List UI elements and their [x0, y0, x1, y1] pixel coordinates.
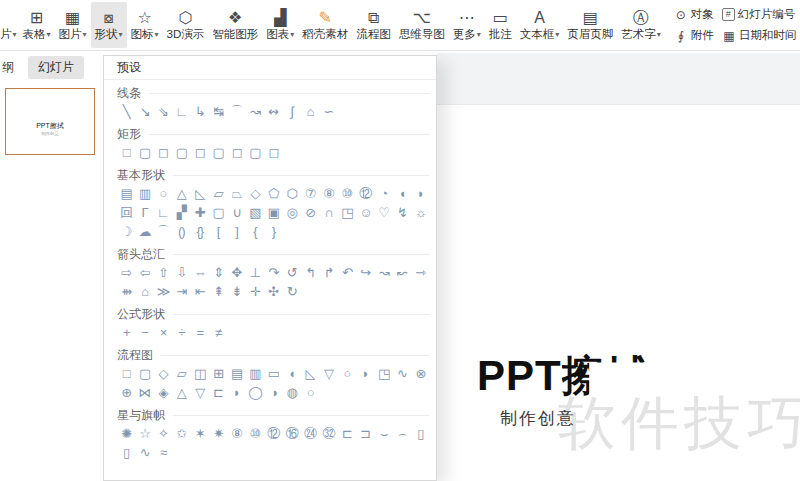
shape-swatch[interactable]: ◺ [301, 365, 319, 383]
slide-partial-button[interactable]: 片▾ [0, 2, 19, 48]
shape-swatch[interactable]: ▢ [209, 144, 227, 162]
shape-swatch[interactable]: ⊐ [356, 425, 374, 443]
shape-swatch[interactable]: ∿ [393, 365, 411, 383]
tab-slides[interactable]: 幻灯片 [28, 56, 84, 79]
shape-swatch[interactable]: Γ [135, 204, 153, 222]
shape-swatch[interactable]: ♡ [374, 204, 392, 222]
shape-swatch[interactable]: ⬠ [264, 185, 282, 203]
mindmap-button[interactable]: ⌥思维导图 [395, 2, 449, 48]
shape-swatch[interactable]: ▞ [172, 204, 190, 222]
shape-swatch[interactable]: ⇦ [135, 264, 153, 282]
shape-swatch[interactable]: ↱ [319, 264, 337, 282]
3d-show-button[interactable]: ⬡3D演示 [163, 2, 209, 48]
slide-thumbnail[interactable]: PPT擦拭 制作创意 [5, 88, 95, 155]
shape-swatch[interactable]: ⑫ [264, 425, 282, 443]
shape-swatch[interactable]: ▤ [117, 185, 135, 203]
shape-swatch[interactable]: ✩ [172, 425, 190, 443]
slide-title[interactable]: PPT擦拭 [477, 348, 648, 404]
shape-swatch[interactable]: ◳ [374, 365, 392, 383]
shape-swatch[interactable]: ☁ [135, 223, 153, 241]
shape-swatch[interactable]: ↷ [264, 264, 282, 282]
shape-swatch[interactable]: + [117, 324, 135, 342]
shape-swatch[interactable]: ↻ [283, 283, 301, 301]
table-button[interactable]: ⊞表格▾ [19, 2, 55, 48]
shape-swatch[interactable]: ⇾ [411, 264, 429, 282]
shape-swatch[interactable]: ⊥ [246, 264, 264, 282]
shape-swatch[interactable]: ◻ [227, 144, 245, 162]
shape-swatch[interactable]: ▱ [209, 185, 227, 203]
shape-swatch[interactable]: ⇟ [227, 283, 245, 301]
object-button[interactable]: ⊙对象 [674, 7, 714, 22]
shape-swatch[interactable]: ▽ [191, 384, 209, 402]
smart-graphic-button[interactable]: ❖智能图形 [208, 2, 262, 48]
shape-swatch[interactable]: ◖ [393, 185, 411, 203]
shape-swatch[interactable]: ▧ [246, 204, 264, 222]
shape-swatch[interactable]: ◇ [154, 365, 172, 383]
shape-swatch[interactable]: ▢ [135, 144, 153, 162]
shape-swatch[interactable]: ▽ [319, 365, 337, 383]
shape-swatch[interactable]: ⋈ [135, 384, 153, 402]
shape-swatch[interactable]: ⊕ [117, 384, 135, 402]
shape-swatch[interactable]: ▤ [227, 365, 245, 383]
shape-swatch[interactable]: ☆ [135, 425, 153, 443]
shape-swatch[interactable]: ▯ [117, 444, 135, 462]
shape-swatch[interactable]: ⌢ [393, 425, 411, 443]
flowchart-button[interactable]: ⧉流程图 [352, 2, 395, 48]
shape-swatch[interactable]: ⊗ [411, 365, 429, 383]
shape-swatch[interactable]: ✚ [191, 204, 209, 222]
shape-swatch[interactable]: ◗ [411, 185, 429, 203]
shape-swatch[interactable]: ⌂ [301, 103, 319, 121]
shape-swatch[interactable]: ↳ [191, 103, 209, 121]
shape-swatch[interactable]: ∪ [227, 204, 245, 222]
shape-swatch[interactable]: ▭ [264, 365, 282, 383]
shape-swatch[interactable]: ∽ [319, 103, 337, 121]
shape-swatch[interactable]: ✥ [227, 264, 245, 282]
shape-swatch[interactable]: △ [172, 185, 190, 203]
shape-swatch[interactable]: ㉔ [301, 425, 319, 443]
shape-swatch[interactable]: ÷ [172, 324, 190, 342]
shape-swatch[interactable]: ↭ [264, 103, 282, 121]
slide-number-button[interactable]: #幻灯片编号 [722, 7, 797, 22]
shape-swatch[interactable]: ◳ [338, 204, 356, 222]
shape-swatch[interactable]: ⇞ [209, 283, 227, 301]
shape-swatch[interactable]: = [191, 324, 209, 342]
shape-swatch[interactable]: ↝ [246, 103, 264, 121]
shape-swatch[interactable]: ◫ [191, 365, 209, 383]
docer-material-button[interactable]: ✎稻壳素材 [298, 2, 352, 48]
shape-swatch[interactable]: □ [117, 365, 135, 383]
shape-swatch[interactable]: ⑯ [283, 425, 301, 443]
shape-swatch[interactable]: [ [209, 223, 227, 241]
shape-swatch[interactable]: { [246, 223, 264, 241]
shape-swatch[interactable]: ✺ [117, 425, 135, 443]
shape-swatch[interactable]: ⊞ [209, 365, 227, 383]
shape-swatch[interactable]: ↜ [393, 264, 411, 282]
shape-swatch[interactable]: ⇘ [154, 103, 172, 121]
shape-swatch[interactable]: ⇩ [172, 264, 190, 282]
shape-swatch[interactable]: ▢ [135, 365, 153, 383]
shape-swatch[interactable]: ☼ [411, 204, 429, 222]
shape-swatch[interactable]: ✧ [154, 425, 172, 443]
shape-swatch[interactable]: ↝ [374, 264, 392, 282]
shape-swatch[interactable]: ▥ [135, 185, 153, 203]
shape-swatch[interactable]: ⌣ [374, 425, 392, 443]
header-footer-button[interactable]: ▤页眉页脚 [563, 2, 617, 48]
shape-swatch[interactable]: ⑩ [246, 425, 264, 443]
shape-swatch[interactable]: ✣ [264, 283, 282, 301]
shape-swatch[interactable]: ⑫ [356, 185, 374, 203]
shape-swatch[interactable]: ╲ [117, 103, 135, 121]
picture-button[interactable]: ▦图片▾ [55, 2, 91, 48]
shape-swatch[interactable]: ⌒ [154, 223, 172, 241]
shape-swatch[interactable]: ◇ [246, 185, 264, 203]
shape-swatch[interactable]: ⑦ [301, 185, 319, 203]
shape-swatch[interactable]: △ [172, 384, 190, 402]
shape-swatch[interactable]: ○ [338, 365, 356, 383]
shape-swatch[interactable]: } [264, 223, 282, 241]
shape-swatch[interactable]: ↯ [393, 204, 411, 222]
shape-swatch[interactable]: ◺ [191, 185, 209, 203]
shape-swatch[interactable]: ∫ [283, 103, 301, 121]
shape-swatch[interactable]: ㉜ [319, 425, 337, 443]
shape-swatch[interactable]: ▢ [172, 144, 190, 162]
shape-swatch[interactable]: ≈ [154, 444, 172, 462]
shape-swatch[interactable]: ↺ [283, 264, 301, 282]
shape-swatch[interactable]: ⇔ [191, 264, 209, 282]
